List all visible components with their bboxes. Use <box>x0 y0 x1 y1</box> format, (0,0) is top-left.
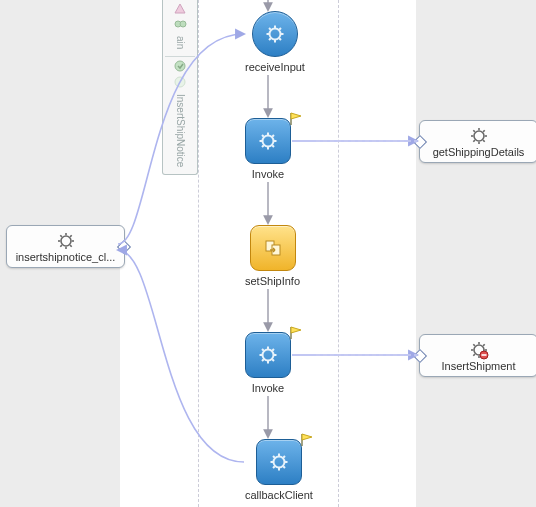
svg-rect-26 <box>481 354 486 356</box>
palette-icon-3[interactable] <box>163 58 197 74</box>
invoke-activity-1[interactable]: Invoke <box>245 118 291 180</box>
invoke-activity-2[interactable]: Invoke <box>245 332 291 394</box>
partner-right1-label: getShippingDetails <box>433 146 525 158</box>
tool-palette: ain InsertShipNotice <box>162 0 198 175</box>
callback-activity[interactable]: callbackClient <box>245 439 313 501</box>
partner-left-label: insertshipnotice_cl... <box>16 251 116 263</box>
flag-icon <box>289 326 303 340</box>
callback-label: callbackClient <box>245 489 313 501</box>
partner-right2-label: InsertShipment <box>442 360 516 372</box>
palette-icon-2[interactable] <box>163 16 197 32</box>
svg-point-3 <box>175 77 185 87</box>
invoke-label-2: Invoke <box>252 382 284 394</box>
assign-icon <box>250 225 296 271</box>
swimlane-border-right <box>338 0 339 507</box>
gear-icon <box>469 340 489 360</box>
palette-icon-1[interactable] <box>163 0 197 16</box>
palette-icon-4[interactable] <box>163 74 197 90</box>
gear-icon <box>469 126 489 146</box>
partner-link-right-2[interactable]: InsertShipment <box>419 334 536 377</box>
invoke-label-1: Invoke <box>252 168 284 180</box>
svg-point-1 <box>180 21 186 27</box>
assign-activity[interactable]: setShipInfo <box>245 225 300 287</box>
receive-label: receiveInput <box>245 61 305 73</box>
receive-activity[interactable]: receiveInput <box>245 11 305 73</box>
gear-icon <box>56 231 76 251</box>
callback-icon <box>256 439 302 485</box>
invoke-icon <box>245 118 291 164</box>
invoke-icon <box>245 332 291 378</box>
palette-group-label-bottom: InsertShipNotice <box>175 90 186 173</box>
receive-icon <box>252 11 298 57</box>
partner-link-left[interactable]: insertshipnotice_cl... <box>6 225 125 268</box>
assign-label: setShipInfo <box>245 275 300 287</box>
flag-icon <box>289 112 303 126</box>
partner-link-right-1[interactable]: getShippingDetails <box>419 120 536 163</box>
palette-group-label-top: ain <box>175 32 186 55</box>
palette-divider <box>165 56 195 57</box>
swimlane-border-left <box>198 0 199 507</box>
flag-icon <box>300 433 314 447</box>
svg-point-2 <box>175 61 185 71</box>
